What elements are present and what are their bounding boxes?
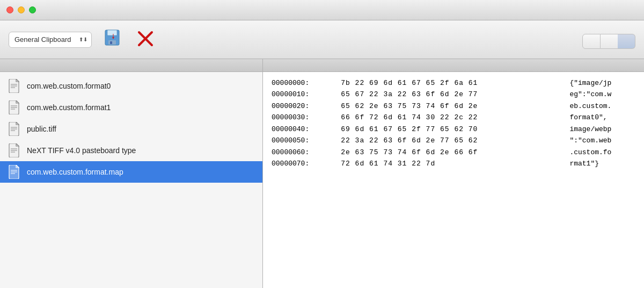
save-to-disk-button[interactable]	[103, 28, 124, 52]
hex-bytes: 65 62 2e 63 75 73 74 6f 6d 2e	[341, 100, 569, 112]
hex-address: 00000070:	[272, 158, 341, 169]
hex-ascii: ":"com.web	[569, 135, 635, 146]
format-name: NeXT TIFF v4.0 pasteboard type	[27, 146, 136, 155]
file-icon	[9, 100, 20, 114]
hex-ascii: .custom.fo	[569, 147, 635, 158]
format-item-3[interactable]: NeXT TIFF v4.0 pasteboard type	[0, 140, 262, 161]
file-icon	[9, 143, 20, 157]
format-name: com.web.custom.format1	[27, 103, 111, 112]
format-item-1[interactable]: com.web.custom.format1	[0, 97, 262, 118]
hex-row: 00000010:65 67 22 3a 22 63 6f 6d 2e 77eg…	[272, 89, 635, 100]
clipboard-toolbar-label	[263, 59, 644, 71]
svg-rect-3	[110, 41, 112, 44]
window-controls	[6, 6, 36, 13]
hex-row: 00000060:2e 63 75 73 74 6f 6d 2e 66 6f.c…	[272, 147, 635, 158]
hex-bytes: 66 6f 72 6d 61 74 30 22 2c 22	[341, 112, 569, 123]
hex-row: 00000030:66 6f 72 6d 61 74 30 22 2c 22fo…	[272, 112, 635, 123]
hex-bytes: 69 6d 61 67 65 2f 77 65 62 70	[341, 124, 569, 135]
toolbar: General Clipboard Find Clipboard ⬆⬇	[0, 20, 644, 59]
hex-ascii: {"image/jp	[569, 77, 635, 89]
hex-bytes: 22 3a 22 63 6f 6d 2e 77 65 62	[341, 135, 569, 146]
hex-address: 00000000:	[272, 77, 341, 89]
hex-ascii: eg":"com.w	[569, 89, 635, 100]
clipboard-select-wrapper: General Clipboard Find Clipboard ⬆⬇	[9, 32, 92, 48]
hex-ascii: eb.custom.	[569, 100, 635, 112]
file-icon	[9, 122, 20, 136]
hex-ascii: format0",	[569, 112, 635, 123]
format-name: public.tiff	[27, 125, 56, 133]
hex-address: 00000020:	[272, 100, 341, 112]
format-item-0[interactable]: com.web.custom.format0	[0, 75, 262, 97]
hex-address: 00000050:	[272, 135, 341, 146]
hex-ascii: image/webp	[569, 124, 635, 135]
hex-table: 00000000:7b 22 69 6d 61 67 65 2f 6a 61{"…	[272, 77, 635, 170]
hex-bytes: 7b 22 69 6d 61 67 65 2f 6a 61	[341, 77, 569, 89]
file-icon	[9, 165, 20, 179]
hex-bytes: 72 6d 61 74 31 22 7d	[341, 158, 569, 169]
view-as-buttons	[582, 34, 635, 49]
hex-bytes: 65 67 22 3a 22 63 6f 6d 2e 77	[341, 89, 569, 100]
view-as-section	[582, 31, 635, 49]
hex-row: 00000040:69 6d 61 67 65 2f 77 65 62 70im…	[272, 124, 635, 135]
format-item-4[interactable]: com.web.custom.format.map	[0, 161, 262, 183]
main-content: com.web.custom.format0 com.web.custom.fo…	[0, 72, 644, 288]
hex-address: 00000040:	[272, 124, 341, 135]
hex-row: 00000050:22 3a 22 63 6f 6d 2e 77 65 62":…	[272, 135, 635, 146]
close-button[interactable]	[6, 6, 13, 13]
format-name: com.web.custom.format0	[27, 82, 111, 90]
hex-row: 00000000:7b 22 69 6d 61 67 65 2f 6a 61{"…	[272, 77, 635, 89]
save-disk-icon	[103, 28, 124, 49]
both-view-button[interactable]	[618, 34, 635, 49]
clear-clipboard-button[interactable]	[135, 28, 156, 52]
hex-row: 00000070:72 6d 61 74 31 22 7drmat1"}	[272, 158, 635, 169]
svg-rect-5	[113, 34, 114, 38]
general-clipboard-label	[0, 59, 263, 71]
hex-bytes: 2e 63 75 73 74 6f 6d 2e 66 6f	[341, 147, 569, 158]
titlebar	[0, 0, 644, 20]
maximize-button[interactable]	[29, 6, 36, 13]
svg-rect-1	[107, 30, 117, 35]
hex-address: 00000030:	[272, 112, 341, 123]
format-list: com.web.custom.format0 com.web.custom.fo…	[0, 72, 263, 288]
minimize-button[interactable]	[18, 6, 25, 13]
hex-row: 00000020:65 62 2e 63 75 73 74 6f 6d 2eeb…	[272, 100, 635, 112]
file-icon	[9, 79, 20, 93]
hex-address: 00000010:	[272, 89, 341, 100]
hex-ascii: rmat1"}	[569, 158, 635, 169]
hex-view-panel: 00000000:7b 22 69 6d 61 67 65 2f 6a 61{"…	[263, 72, 644, 288]
clipboard-select[interactable]: General Clipboard Find Clipboard	[9, 32, 92, 48]
hex-view-button[interactable]	[601, 34, 618, 49]
format-item-2[interactable]: public.tiff	[0, 118, 262, 140]
clipboard-label-bar	[0, 59, 644, 72]
hex-address: 00000060:	[272, 147, 341, 158]
ascii-view-button[interactable]	[582, 34, 601, 49]
format-name: com.web.custom.format.map	[27, 168, 123, 176]
clear-clipboard-icon	[135, 28, 156, 49]
